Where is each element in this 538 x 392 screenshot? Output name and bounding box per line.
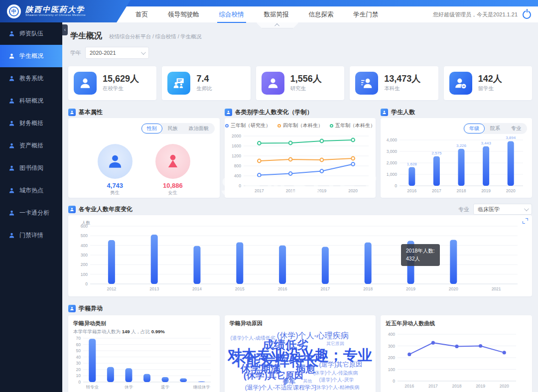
status-change-title: 学籍异动 <box>79 304 103 313</box>
wordcloud-term[interactable]: (退学)其它原因 <box>319 361 362 368</box>
change-trend-title: 近五年异动人数曲线 <box>386 320 527 327</box>
program-change-title: 各类别学生人数变化（学制） <box>235 108 313 117</box>
status-category-panel: 学籍异动类别 本学年学籍异动人数为 149 人，占比 0.99% 0102030… <box>68 315 220 392</box>
program-change-chart[interactable]: 04008001200160020002017201820192020 <box>227 132 375 197</box>
gender-tab-1[interactable]: 民族 <box>162 124 183 133</box>
svg-text:2020: 2020 <box>348 188 358 193</box>
svg-text:100: 100 <box>81 272 88 277</box>
sidebar-item-7[interactable]: 城市热点 <box>0 179 62 202</box>
logout-power-icon[interactable] <box>523 10 531 19</box>
svg-text:300: 300 <box>81 253 88 258</box>
wordcloud-term[interactable]: (退学)个人-不适应课程学习 <box>245 385 317 391</box>
svg-text:60: 60 <box>76 342 81 347</box>
university-name-cn: 陕西中医药大学 <box>25 5 86 14</box>
year-select[interactable]: 2020-2021 <box>85 47 149 59</box>
svg-text:2,000: 2,000 <box>387 160 398 165</box>
sidebar-collapse-toggle[interactable]: ‹ <box>62 24 68 35</box>
svg-text:30: 30 <box>76 361 81 366</box>
stat-card-2: 1,556人研究生 <box>256 66 344 100</box>
svg-text:2021: 2021 <box>492 286 501 291</box>
chart-tooltip: 2018年人数: 432人 <box>401 244 440 266</box>
sidebar-item-icon <box>8 210 15 216</box>
svg-text:2017: 2017 <box>432 188 441 193</box>
sidebar-item-2[interactable]: 教务系统 <box>0 67 62 90</box>
legend-item[interactable]: 三年制（研究生） <box>225 122 270 129</box>
legend-item[interactable]: 五年制（本科生） <box>330 122 375 129</box>
svg-text:2012: 2012 <box>107 286 116 291</box>
svg-text:2019: 2019 <box>406 286 415 291</box>
students-icon <box>74 72 97 95</box>
sidebar: 师资队伍学生概况教务系统科研概况财务概括资产概括图书借阅城市热点一卡通分析门禁详… <box>0 22 62 392</box>
svg-text:0: 0 <box>239 183 241 188</box>
program-change-icon <box>225 109 232 116</box>
wordcloud-term[interactable]: (休学)个人-精神疾病 <box>315 385 360 390</box>
change-trend-panel: 近五年异动人数曲线 010020030040020162017201820192… <box>381 315 532 392</box>
stat-card-value: 13,473人 <box>384 74 420 84</box>
status-reason-wordcloud[interactable]: (退学)个人-成绩低劣(休学)个人-心理疾病其它原因成绩低劣对本专业没兴趣；专业… <box>228 329 373 392</box>
page-title: 学生概况 <box>70 31 102 41</box>
basic-attributes-title: 基本属性 <box>79 108 103 117</box>
basic-attributes-panel: 性别民族政治面貌 4,743 男生 10,886 女生 <box>68 118 220 198</box>
wordcloud-term[interactable]: (休学)个人-传染疾病 <box>313 371 358 376</box>
svg-text:3,443: 3,443 <box>481 141 492 145</box>
status-category-title: 学籍异动类别 <box>73 320 215 327</box>
wordcloud-term[interactable]: 其它原因 <box>326 342 344 346</box>
svg-text:400: 400 <box>81 243 88 248</box>
user-greeting: 您好超级管理员，今天是2021.1.21 <box>433 11 518 18</box>
svg-text:800: 800 <box>234 163 241 168</box>
program-change-legend: 三年制（研究生）四年制（本科生）五年制（本科生） <box>225 122 376 129</box>
svg-text:20: 20 <box>76 367 81 372</box>
gender-tab-0[interactable]: 性别 <box>141 124 162 133</box>
sidebar-item-9[interactable]: 门禁详情 <box>0 224 62 247</box>
sidebar-item-icon <box>8 165 15 171</box>
count-tab-2[interactable]: 专业 <box>506 124 527 133</box>
stat-card-label: 留学生 <box>478 85 502 92</box>
sidebar-item-1[interactable]: 学生概况 <box>0 45 62 67</box>
nav-tab-1[interactable]: 领导驾驶舱 <box>168 10 199 19</box>
nav-tab-0[interactable]: 首页 <box>135 10 148 19</box>
nav-collapse-toggle[interactable] <box>256 22 299 28</box>
nav-tab-3[interactable]: 数据简报 <box>264 10 289 19</box>
svg-text:2020: 2020 <box>506 188 516 193</box>
svg-text:2013: 2013 <box>149 286 159 291</box>
svg-text:2017: 2017 <box>428 384 438 389</box>
svg-text:2017: 2017 <box>255 188 264 193</box>
svg-text:3,226: 3,226 <box>456 143 467 148</box>
wordcloud-term[interactable]: (退学)个人-厌学 <box>319 378 354 383</box>
svg-text:2019: 2019 <box>481 188 491 193</box>
svg-text:2018: 2018 <box>285 188 295 193</box>
sidebar-item-icon <box>8 232 15 239</box>
status-reason-title: 学籍异动原因 <box>230 320 371 327</box>
gender-tab-2[interactable]: 政治面貌 <box>183 124 214 133</box>
svg-text:退学: 退学 <box>161 385 170 390</box>
svg-text:3,000: 3,000 <box>387 149 398 154</box>
svg-text:2000: 2000 <box>232 133 241 138</box>
major-yearly-panel: 0100200300400500600人数2012201320142015201… <box>68 215 532 296</box>
nav-tab-4[interactable]: 信息探索 <box>309 10 334 19</box>
status-category-chart[interactable]: 010203040506070转专业休学退学继续休学 <box>71 335 217 392</box>
count-tab-0[interactable]: 年级 <box>464 124 485 133</box>
sidebar-item-4[interactable]: 财务概括 <box>0 112 62 134</box>
nav-tab-2[interactable]: 综合校情 <box>219 10 244 19</box>
legend-item[interactable]: 四年制（本科生） <box>277 122 323 129</box>
count-tab-1[interactable]: 院系 <box>485 124 506 133</box>
svg-text:2016: 2016 <box>405 384 414 389</box>
nav-tab-5[interactable]: 学生门禁 <box>354 10 379 19</box>
change-trend-chart[interactable]: 010020030040020162017201820192020 <box>383 329 522 392</box>
major-select[interactable]: 临床医学 <box>473 204 532 215</box>
student-count-chart[interactable]: 01,0002,0003,0004,0002016201720182019202… <box>382 135 529 197</box>
main-content: 学生概况 校情综合分析平台 / 综合校情 / 学生概况 学年 2020-2021… <box>62 22 538 392</box>
sidebar-item-5[interactable]: 资产概括 <box>0 134 62 157</box>
program-change-panel: 三年制（研究生）四年制（本科生）五年制（本科生） 040080012001600… <box>225 118 376 198</box>
teacher-ratio-icon <box>167 72 190 95</box>
svg-text:2018: 2018 <box>457 188 466 193</box>
major-yearly-chart[interactable]: 0100200300400500600人数2012201320142015201… <box>70 217 530 295</box>
sidebar-item-3[interactable]: 科研概况 <box>0 90 62 112</box>
svg-text:2018: 2018 <box>363 286 373 291</box>
wordcloud-term[interactable]: 其他 <box>303 379 312 384</box>
svg-text:2015: 2015 <box>235 286 245 291</box>
sidebar-item-8[interactable]: 一卡通分析 <box>0 202 62 224</box>
sidebar-item-6[interactable]: 图书借阅 <box>0 157 62 179</box>
sidebar-item-0[interactable]: 师资队伍 <box>0 22 62 45</box>
svg-text:10: 10 <box>76 373 81 378</box>
